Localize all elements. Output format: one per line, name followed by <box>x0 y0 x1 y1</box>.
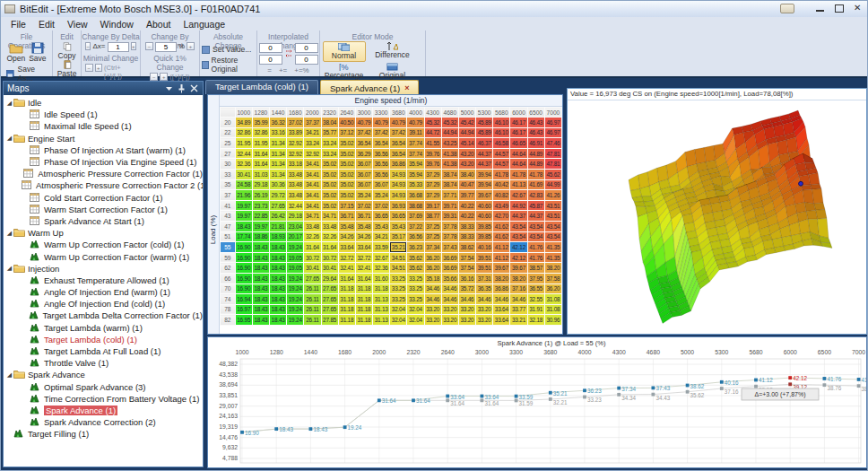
table-cell[interactable]: 19.24 <box>287 242 304 253</box>
table-cell[interactable]: 18.43 <box>252 263 269 274</box>
table-cell[interactable]: 31.95 <box>252 138 269 149</box>
table-cell[interactable]: 31.34 <box>270 148 287 159</box>
table-cell[interactable]: 46.10 <box>493 127 510 138</box>
table-cell[interactable]: 44.37 <box>476 148 493 159</box>
table-cell[interactable]: 32.72 <box>338 252 355 263</box>
table-cell[interactable]: 32.04 <box>390 315 407 326</box>
table-cell[interactable]: 27.65 <box>304 273 321 283</box>
quick-increase-button[interactable]: + <box>160 73 168 81</box>
table-cell[interactable]: 32.67 <box>373 252 390 263</box>
table-cell[interactable]: 33.20 <box>476 315 493 326</box>
chart-point[interactable] <box>686 390 690 394</box>
table-cell[interactable]: 33.20 <box>458 304 475 315</box>
table-cell[interactable]: 37.16 <box>510 283 527 294</box>
table-cell[interactable]: 36.93 <box>390 200 407 211</box>
table-cell[interactable]: 32.86 <box>252 127 269 138</box>
table-cell[interactable]: 44.92 <box>510 200 527 211</box>
table-cell[interactable]: 41.69 <box>527 179 544 190</box>
table-cell[interactable]: 36.56 <box>407 231 424 242</box>
table-cell[interactable]: 34.21 <box>304 127 321 138</box>
table-cell[interactable]: 21.81 <box>270 221 287 231</box>
table-cell[interactable]: 46.58 <box>493 138 510 149</box>
column-header[interactable]: 3680 <box>390 108 407 118</box>
mdi-window-icon[interactable] <box>780 4 794 13</box>
row-header[interactable]: 41 <box>221 200 236 211</box>
chart-point[interactable] <box>823 383 827 387</box>
table-cell[interactable]: 32.41 <box>355 263 372 274</box>
column-header[interactable]: 3000 <box>355 108 372 118</box>
tree-item[interactable]: Cold Start Correction Factor (1) <box>5 192 203 204</box>
chart-point[interactable] <box>515 399 518 403</box>
tab-close-icon[interactable]: × <box>404 83 409 92</box>
table-cell[interactable]: 32.04 <box>407 304 424 315</box>
table-cell[interactable]: 45.89 <box>476 118 493 128</box>
table-cell[interactable]: 18.86 <box>252 231 269 242</box>
table-cell[interactable]: 19.97 <box>252 221 269 231</box>
table-cell[interactable]: 46.65 <box>510 138 527 149</box>
column-header[interactable]: 4300 <box>424 108 441 118</box>
table-cell[interactable]: 38.20 <box>544 263 561 274</box>
table-cell[interactable]: 41.26 <box>544 190 561 201</box>
table-cell[interactable]: 31.95 <box>235 138 252 149</box>
chart-point[interactable] <box>343 425 347 429</box>
table-cell[interactable]: 45.32 <box>441 118 458 128</box>
table-cell[interactable]: 35.48 <box>338 221 355 231</box>
tab-spark-advance[interactable]: Spark Advance (1) × <box>320 80 419 94</box>
table-cell[interactable]: 19.05 <box>287 263 304 274</box>
table-cell[interactable]: 18.43 <box>270 252 287 263</box>
table-cell[interactable]: 33.64 <box>338 242 355 253</box>
chart-point[interactable] <box>617 387 621 390</box>
table-cell[interactable]: 46.10 <box>493 118 510 128</box>
table-cell[interactable]: 41.62 <box>493 231 510 242</box>
delta-decrease-button[interactable]: − <box>85 42 91 50</box>
table-cell[interactable]: 32.92 <box>287 138 304 149</box>
chart-point[interactable] <box>240 431 244 434</box>
interp-add-percent-button[interactable]: +=% <box>294 66 308 74</box>
table-cell[interactable]: 34.51 <box>390 263 407 274</box>
table-cell[interactable]: 32.72 <box>355 252 372 263</box>
table-cell[interactable]: 36.07 <box>373 179 390 190</box>
tree-item[interactable]: Angle Of Injection End (warm) (1) <box>5 286 203 298</box>
chart-point[interactable] <box>309 427 313 431</box>
table-cell[interactable]: 34.26 <box>355 231 372 242</box>
mode-percentage-button[interactable]: [% Percentage <box>323 62 366 81</box>
table-cell[interactable]: 44.37 <box>510 211 527 222</box>
panel-menu-icon[interactable] <box>164 83 174 93</box>
table-cell[interactable]: 44.94 <box>458 127 475 138</box>
table-cell[interactable]: 33.48 <box>321 221 338 231</box>
table-cell[interactable]: 33.16 <box>270 127 287 138</box>
table-cell[interactable]: 42.12 <box>510 242 527 253</box>
menu-file[interactable]: File <box>4 19 32 30</box>
table-cell[interactable]: 41.12 <box>493 242 510 253</box>
table-cell[interactable]: 32.26 <box>321 231 338 242</box>
table-cell[interactable]: 35.99 <box>252 118 269 128</box>
column-header[interactable]: 2640 <box>338 108 355 118</box>
table-cell[interactable]: 36.55 <box>527 283 544 294</box>
table-cell[interactable]: 46.43 <box>527 127 544 138</box>
table-cell[interactable]: 44.89 <box>527 159 544 170</box>
table-cell[interactable]: 41.35 <box>544 242 561 253</box>
table-cell[interactable]: 35.21 <box>390 242 407 253</box>
table-cell[interactable]: 39.71 <box>441 200 458 211</box>
table-cell[interactable]: 32.44 <box>287 200 304 211</box>
table-cell[interactable]: 39.11 <box>407 127 424 138</box>
table-cell[interactable]: 38.20 <box>493 273 510 283</box>
table-cell[interactable]: 44.99 <box>544 179 561 190</box>
table-cell[interactable]: 41.35 <box>544 252 561 263</box>
table-cell[interactable]: 47.81 <box>544 159 561 170</box>
table-cell[interactable]: 16.90 <box>235 242 252 253</box>
table-cell[interactable]: 35.18 <box>424 273 441 283</box>
table-cell[interactable]: 33.25 <box>407 294 424 305</box>
table-cell[interactable]: 38.74 <box>441 169 458 179</box>
table-cell[interactable]: 18.43 <box>270 283 287 294</box>
table-cell[interactable]: 36.16 <box>458 273 475 283</box>
minimal-increase-button[interactable]: + <box>95 64 103 72</box>
menu-view[interactable]: View <box>61 19 94 30</box>
table-cell[interactable]: 37.02 <box>287 118 304 128</box>
table-cell[interactable]: 34.71 <box>321 211 338 222</box>
chart-point[interactable] <box>481 395 484 398</box>
tree-folder[interactable]: ◢Engine Start <box>5 133 203 144</box>
tree-item[interactable]: Throttle Valve (1) <box>5 357 203 369</box>
table-cell[interactable]: 40.22 <box>458 211 475 222</box>
table-cell[interactable]: 33.25 <box>390 273 407 283</box>
